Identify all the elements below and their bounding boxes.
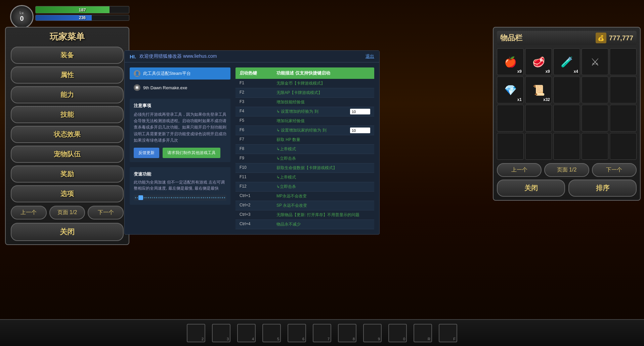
hotkey-row: F2无限AP【卡牌游戏模式】 [235, 88, 374, 98]
hotkey-key: F7 [240, 137, 273, 143]
hp-bar: 187 [35, 6, 129, 13]
hotbar-slot-label: R [428, 337, 430, 341]
mp-bar: 236 [35, 15, 129, 21]
inventory-cell[interactable]: ⚔ [582, 48, 608, 75]
inventory-cell[interactable] [610, 48, 637, 75]
exit-button[interactable]: 退出 [366, 53, 374, 59]
hotbar-slot[interactable]: 5 [262, 324, 281, 342]
slider-dot [190, 197, 191, 198]
inventory-cell[interactable]: 💎x1 [497, 77, 524, 103]
inventory-cell[interactable] [582, 77, 608, 103]
options-button[interactable]: 选项 [11, 185, 124, 202]
slider-dot [184, 197, 185, 198]
item-count: x4 [574, 69, 578, 74]
platform-steam[interactable]: 👤 此工具仅适配Steam平台 [130, 67, 230, 80]
platform-exe[interactable]: ✱ 9th Dawn Remake.exe [130, 82, 230, 94]
hotbar-slot[interactable]: 0 [388, 324, 407, 342]
hotkey-row: F7获取 HP 数量 [235, 135, 374, 145]
hotkey-desc: ↳上帝模式 [276, 175, 370, 180]
slider-dot [156, 197, 157, 198]
cheat-left-panel: 👤 此工具仅适配Steam平台 ✱ 9th Dawn Remake.exe 注意… [130, 67, 230, 229]
slider-dot [177, 197, 178, 198]
gold-display: 💰 777,777 [596, 33, 633, 43]
skills-button[interactable]: 技能 [11, 106, 124, 123]
inventory-cell[interactable]: 🍎x9 [497, 48, 524, 75]
equipment-button[interactable]: 装备 [11, 47, 124, 64]
hotbar-slot[interactable]: 2 [187, 324, 205, 342]
next-page-button[interactable]: 下一个 [88, 206, 124, 219]
inventory-cell[interactable] [553, 77, 580, 103]
hotkey-row: F9↳立即击杀 [235, 154, 374, 163]
inventory-cell[interactable] [610, 133, 637, 160]
slider-dot [179, 197, 180, 198]
feedback-button[interactable]: 反馈更新 [134, 148, 159, 158]
hotkey-desc: ↳ 设置增加玩家的经验为 到 [276, 128, 347, 133]
hotbar-slot[interactable]: 4 [237, 324, 256, 342]
level-label: Lv. [19, 11, 24, 15]
inventory-cell[interactable] [610, 105, 637, 132]
hotkey-input[interactable] [350, 128, 370, 133]
inventory-cell[interactable] [553, 133, 580, 160]
slider-dot [135, 197, 136, 198]
rewards-button[interactable]: 奖励 [11, 165, 124, 183]
slider-dot [148, 197, 149, 198]
hp-fill [36, 6, 110, 13]
hotbar-slot[interactable]: 7 [313, 324, 331, 342]
hotkey-row: Ctrl+1MP永远不会改变 [235, 192, 374, 201]
status-button[interactable]: 状态效果 [11, 126, 124, 143]
inventory-cell[interactable] [582, 133, 608, 160]
attributes-button[interactable]: 属性 [11, 66, 124, 84]
hotkey-desc: ↳立即击杀 [276, 156, 370, 161]
hotbar-slot[interactable]: 9 [363, 324, 382, 342]
inv-next-button[interactable]: 下一个 [592, 163, 637, 177]
inventory-cell[interactable]: 📜x32 [525, 77, 552, 103]
hotbar-slot[interactable]: 3 [212, 324, 230, 342]
inventory-cell[interactable] [553, 105, 580, 132]
inventory-cell[interactable]: 🧪x4 [553, 48, 580, 75]
hotkey-desc: 获取生命值数据【卡牌游戏模式】 [276, 165, 370, 171]
request-button[interactable]: 请求我们制作其他游戏工具 [163, 148, 220, 158]
item-icon: 📜 [530, 82, 547, 98]
stat-bars: 187 236 [35, 6, 129, 22]
star-icon: ✱ [134, 84, 140, 91]
hotkey-desc: 物品永不减少 [276, 221, 370, 227]
slider-dot [171, 197, 172, 198]
hotkey-row: F11↳上帝模式 [235, 173, 374, 182]
hotkey-row: F4↳ 设置增加的经验为 到 [235, 107, 374, 116]
pets-button[interactable]: 宠物队伍 [11, 146, 124, 163]
inventory-panel: 物品栏 💰 777,777 🍎x9🥩x9🧪x4⚔💎x1📜x32 上一个 页面 1… [493, 27, 641, 201]
hotkey-row: F3增加技能经验值 [235, 98, 374, 107]
slider-dot [220, 197, 221, 198]
hotkey-row: F6↳ 设置增加玩家的经验为 到 [235, 126, 374, 135]
hotbar-slot[interactable]: R [414, 324, 432, 342]
slider-dot [175, 197, 176, 198]
hotbar-slot[interactable]: 8 [338, 324, 356, 342]
slider-handle[interactable] [138, 195, 143, 200]
ability-button[interactable]: 能力 [11, 86, 124, 103]
hotkey-input[interactable] [350, 109, 370, 114]
inventory-cell[interactable] [610, 77, 637, 103]
hotkey-desc: ↳立即击杀 [276, 184, 370, 190]
hotkey-row: Ctrl+4物品永不减少 [235, 220, 374, 229]
inventory-cell[interactable] [525, 133, 552, 160]
slider-dot [160, 197, 161, 198]
hotkey-key: Ctrl+2 [240, 203, 273, 208]
close-menu-button[interactable]: 关闭 [11, 223, 124, 241]
hotkey-row: F12↳立即击杀 [235, 182, 374, 192]
inv-prev-button[interactable]: 上一个 [497, 163, 542, 177]
inventory-title: 物品栏 [500, 33, 522, 43]
slider-dot [167, 197, 168, 198]
hotbar-slot[interactable]: 6 [288, 324, 306, 342]
inv-close-button[interactable]: 关闭 [497, 180, 565, 197]
slider-dot [152, 197, 153, 198]
prev-page-button[interactable]: 上一个 [11, 206, 47, 219]
speed-slider[interactable] [134, 195, 226, 201]
inventory-cell[interactable] [497, 133, 524, 160]
inv-sort-button[interactable]: 排序 [568, 180, 637, 197]
inventory-cell[interactable] [497, 105, 524, 132]
hotbar-slot[interactable]: F [439, 324, 457, 342]
slider-dot [144, 197, 145, 198]
inventory-cell[interactable]: 🥩x9 [525, 48, 552, 75]
inventory-cell[interactable] [525, 105, 552, 132]
inventory-cell[interactable] [582, 105, 608, 132]
